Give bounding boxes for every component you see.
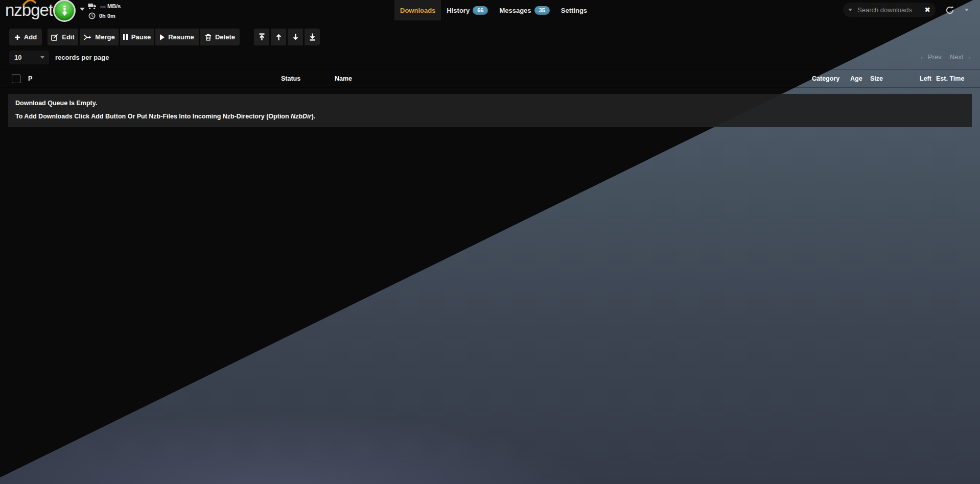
- empty-queue-title: Download Queue Is Empty.: [15, 100, 965, 107]
- resume-button[interactable]: Resume: [155, 29, 199, 45]
- search-clear-icon[interactable]: ✖: [924, 6, 930, 13]
- move-to-top-icon: [259, 33, 265, 41]
- queue-table-header: P Status Name Category Age Size Left Est…: [0, 69, 980, 88]
- move-to-top-button[interactable]: [254, 29, 269, 45]
- merge-button-label: Merge: [95, 33, 114, 41]
- records-per-page-select[interactable]: 10: [9, 51, 49, 64]
- tab-messages-label: Messages: [499, 7, 531, 14]
- move-up-icon: [275, 33, 282, 41]
- move-to-bottom-button[interactable]: [305, 29, 320, 45]
- move-down-button[interactable]: [288, 29, 303, 45]
- column-header-status[interactable]: Status: [281, 70, 300, 87]
- search-options-caret-icon[interactable]: [848, 9, 852, 11]
- history-count-badge: 66: [473, 6, 488, 15]
- navbar: nzbget --- MB/s: [0, 0, 980, 20]
- download-arrow-icon: [60, 6, 69, 16]
- merge-icon: [83, 34, 91, 40]
- column-header-est-time[interactable]: Est. Time: [936, 70, 964, 87]
- pause-button-label: Pause: [131, 33, 151, 41]
- column-header-priority[interactable]: P: [28, 70, 32, 87]
- tab-history[interactable]: History 66: [441, 0, 494, 20]
- download-button-dropdown-caret-icon[interactable]: [80, 8, 85, 11]
- refresh-dropdown-caret-icon[interactable]: [965, 9, 969, 11]
- empty-queue-option-name: NzbDir: [291, 113, 311, 120]
- tab-settings-label: Settings: [561, 7, 587, 14]
- delete-button-label: Delete: [215, 33, 235, 41]
- select-all-checkbox[interactable]: [12, 75, 20, 83]
- download-speed-label: --- MB/s: [100, 3, 121, 9]
- column-header-age[interactable]: Age: [850, 70, 862, 87]
- play-pause-download-button[interactable]: [53, 0, 76, 22]
- tab-downloads[interactable]: Downloads: [394, 0, 441, 20]
- column-header-left[interactable]: Left: [920, 70, 931, 87]
- move-down-icon: [292, 33, 299, 41]
- empty-queue-message: To Add Downloads Click Add Button Or Put…: [15, 113, 965, 120]
- messages-count-badge: 35: [534, 6, 550, 15]
- search-box: ✖: [843, 3, 936, 17]
- uptime-clock-icon: [88, 12, 96, 19]
- refresh-icon: [945, 6, 954, 15]
- tab-history-label: History: [447, 7, 470, 14]
- trash-icon: [205, 34, 212, 41]
- plus-icon: [14, 34, 20, 40]
- add-button[interactable]: Add: [9, 29, 42, 45]
- edit-button-label: Edit: [62, 33, 75, 41]
- add-button-label: Add: [24, 33, 37, 41]
- next-page-button[interactable]: Next →: [950, 53, 972, 61]
- status-indicators: --- MB/s 0h 0m: [88, 2, 121, 20]
- pagination: ← Prev Next →: [919, 53, 972, 61]
- merge-button[interactable]: Merge: [80, 29, 119, 45]
- uptime-label: 0h 0m: [99, 13, 115, 19]
- play-icon: [160, 34, 165, 40]
- pause-button[interactable]: Pause: [120, 29, 154, 45]
- select-caret-icon: [40, 56, 44, 59]
- records-per-page-label: records per page: [55, 54, 109, 61]
- empty-queue-panel: Download Queue Is Empty. To Add Download…: [8, 94, 972, 127]
- move-actions-group: [254, 29, 320, 45]
- search-input[interactable]: [856, 6, 920, 14]
- delete-button[interactable]: Delete: [200, 29, 240, 45]
- prev-page-button[interactable]: ← Prev: [919, 53, 941, 61]
- empty-queue-message-suffix: ).: [311, 113, 315, 120]
- edit-button[interactable]: Edit: [48, 29, 78, 45]
- nzbget-app: nzbget --- MB/s: [0, 0, 980, 484]
- records-per-page-value: 10: [14, 54, 21, 61]
- move-up-button[interactable]: [271, 29, 286, 45]
- logo-swoosh-icon: [22, 0, 36, 6]
- empty-queue-message-text: To Add Downloads Click Add Button Or Put…: [15, 113, 291, 120]
- speed-truck-icon: [88, 3, 97, 10]
- pause-icon: [123, 34, 128, 40]
- column-header-size[interactable]: Size: [870, 70, 883, 87]
- resume-button-label: Resume: [168, 33, 194, 41]
- main-tabs: Downloads History 66 Messages 35 Setting…: [394, 0, 593, 20]
- move-to-bottom-icon: [309, 33, 316, 41]
- column-header-category[interactable]: Category: [812, 70, 839, 87]
- edit-icon: [51, 34, 58, 41]
- tab-messages[interactable]: Messages 35: [494, 0, 555, 20]
- tab-settings[interactable]: Settings: [555, 0, 593, 20]
- refresh-button[interactable]: [943, 4, 956, 16]
- column-header-name[interactable]: Name: [335, 70, 352, 87]
- queue-actions-group: Edit Merge Pause Resume Delete: [48, 29, 240, 45]
- tab-downloads-label: Downloads: [400, 7, 435, 14]
